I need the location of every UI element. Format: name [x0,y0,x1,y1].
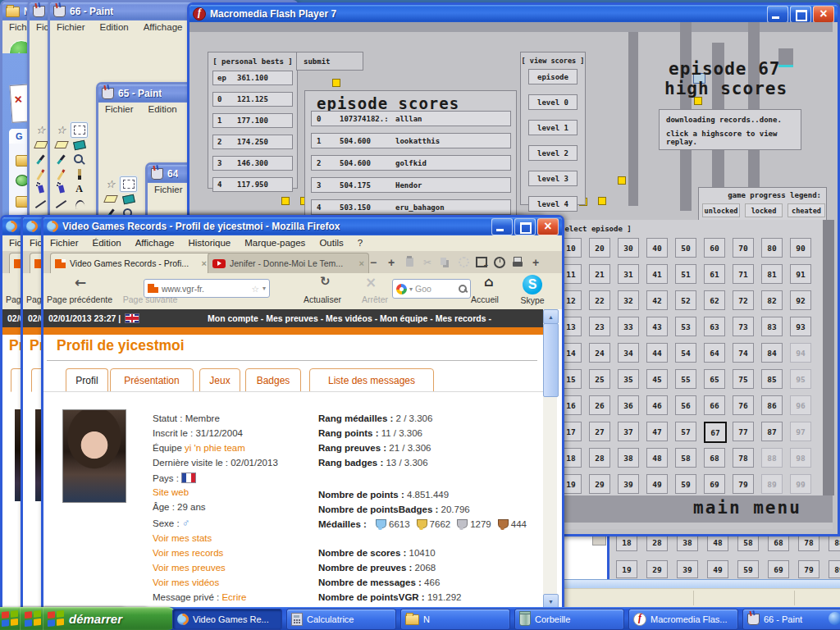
episode-cell-38[interactable]: 38 [618,448,639,468]
back-label[interactable]: Page précédente [43,294,116,304]
episode-cell-96[interactable]: 96 [790,395,811,415]
url-dropdown-icon[interactable]: ▾ [262,285,266,292]
episode-cell-30[interactable]: 30 [618,238,639,258]
episode-cell[interactable]: 69 [768,560,789,578]
view-score-button[interactable]: level 2 [528,145,578,161]
tab-close-icon[interactable]: × [356,258,364,268]
episode-cell-87[interactable]: 87 [761,422,783,441]
episode-cell-84[interactable]: 84 [761,343,783,363]
profile-tab[interactable]: Liste des messages [309,368,434,392]
url-text[interactable]: www.vgr-fr. [162,284,204,294]
personal-best-row[interactable]: 0121.125 [212,92,293,107]
skype-icon[interactable]: S [523,275,542,294]
episode-cell-60[interactable]: 60 [704,238,725,258]
episode-cell[interactable]: 79 [798,560,819,578]
uk-flag-icon[interactable] [125,313,139,323]
episode-cell-66[interactable]: 66 [704,395,725,415]
taskbar-button[interactable]: Macromedia Flas... [628,609,738,630]
episode-cell-52[interactable]: 52 [675,290,696,310]
paint-tool[interactable] [32,153,49,167]
submit-button[interactable]: submit [296,52,363,71]
tab-vgr[interactable]: Video Games Records - Profi... × [50,253,212,273]
home-icon[interactable]: ⌂ [484,274,493,290]
toolbar-icon[interactable] [494,256,505,268]
topbar-menu[interactable]: Mon compte - Mes preuves - Mes vidéos - … [208,313,491,323]
toolbar-icon[interactable] [512,256,523,268]
site-web-link[interactable]: Site web [153,487,189,497]
episode-cell-91[interactable]: 91 [790,264,811,284]
view-score-button[interactable]: episode [528,69,578,84]
episode-cell-97[interactable]: 97 [790,422,811,441]
toolbar-icon[interactable] [404,256,415,268]
paint-tool[interactable] [52,153,70,167]
scroll-up-button[interactable]: ▲ [543,309,559,324]
firefox-titlebar[interactable]: Video Games Records - Profil de yicestmo… [43,217,562,235]
episode-cell-63[interactable]: 63 [704,317,725,336]
episode-cell-24[interactable]: 24 [589,343,610,363]
episode-cell-98[interactable]: 98 [790,448,811,468]
scrollbar[interactable]: ▲ ▼ [543,309,557,607]
toolbar-icon[interactable] [368,256,379,268]
team-link[interactable]: yi 'n phie team [185,443,245,453]
episode-cell-25[interactable]: 25 [589,369,610,389]
taskbar-button[interactable]: 66 - Paint [742,609,840,630]
paint-tool[interactable] [52,123,70,137]
episode-cell-27[interactable]: 27 [589,422,610,441]
episode-cell-82[interactable]: 82 [761,290,783,310]
episode-cell-73[interactable]: 73 [733,317,754,336]
episode-cell-57[interactable]: 57 [675,422,696,441]
personal-best-row[interactable]: 1177.100 [212,113,293,128]
episode-cell-47[interactable]: 47 [646,422,668,441]
view-score-button[interactable]: level 4 [528,196,578,212]
paint-tool[interactable] [102,192,119,206]
personal-best-row[interactable]: 2174.250 [212,135,293,149]
profile-link[interactable]: Voir mes stats [153,533,212,543]
reload-icon[interactable]: ↻ [320,274,331,289]
episode-cell-29[interactable]: 29 [589,474,610,494]
highscore-row[interactable]: 0107374182.:alllan [311,111,511,126]
paint-tool[interactable] [71,167,88,181]
paint-menu-item[interactable]: Fichier [154,185,183,199]
episode-cell-33[interactable]: 33 [618,317,639,336]
episode-cell-62[interactable]: 62 [704,290,725,310]
highscore-row[interactable]: 3504.175Hendor [311,177,511,193]
episode-cell-35[interactable]: 35 [618,369,639,389]
episode-cell-48[interactable]: 48 [646,448,668,468]
personal-best-row[interactable]: ep361.100 [212,71,293,85]
episode-cell-74[interactable]: 74 [733,343,754,363]
episode-cell-88[interactable]: 88 [761,448,783,468]
episode-cell-41[interactable]: 41 [646,264,668,284]
episode-cell-43[interactable]: 43 [646,317,668,336]
toolbar-icon[interactable] [422,256,433,268]
episode-cell-40[interactable]: 40 [646,238,668,258]
episode-cell-86[interactable]: 86 [761,395,783,415]
episode-cell-32[interactable]: 32 [618,290,639,310]
taskbar-overflow-icon[interactable] [829,612,840,625]
paint-tool[interactable] [71,138,88,152]
episode-cell-83[interactable]: 83 [761,317,783,336]
profile-tab[interactable]: Badges [245,368,301,392]
episode-cell-93[interactable]: 93 [790,317,811,336]
episode-cell-44[interactable]: 44 [646,343,668,363]
taskbar-button[interactable]: Video Games Re... [172,609,282,630]
episode-cell[interactable]: 39 [677,560,698,578]
episode-cell-70[interactable]: 70 [733,238,754,258]
paint-tool[interactable] [71,182,88,196]
episode-cell-89[interactable]: 89 [761,474,783,494]
main-menu-button[interactable]: main menu [693,498,801,518]
episode-cell-65[interactable]: 65 [704,369,725,389]
paint-tool[interactable] [71,153,88,167]
episode-cell-51[interactable]: 51 [675,264,696,284]
paint-menu-item[interactable]: Fichier [105,104,134,119]
episode-cell-55[interactable]: 55 [675,369,696,389]
paint-tool[interactable] [32,167,49,181]
toolbar-icon[interactable] [458,256,469,268]
episode-cell-99[interactable]: 99 [790,474,811,494]
episode-cell-75[interactable]: 75 [733,369,754,389]
paint-menu-item[interactable]: Edition [100,22,129,37]
profile-tab[interactable]: Jeux [199,368,240,392]
taskbar-button[interactable]: Calculatrice [286,609,396,630]
episode-cell-58[interactable]: 58 [675,448,696,468]
episode-cell[interactable]: 49 [707,560,728,578]
episode-cell[interactable]: 29 [646,560,668,578]
